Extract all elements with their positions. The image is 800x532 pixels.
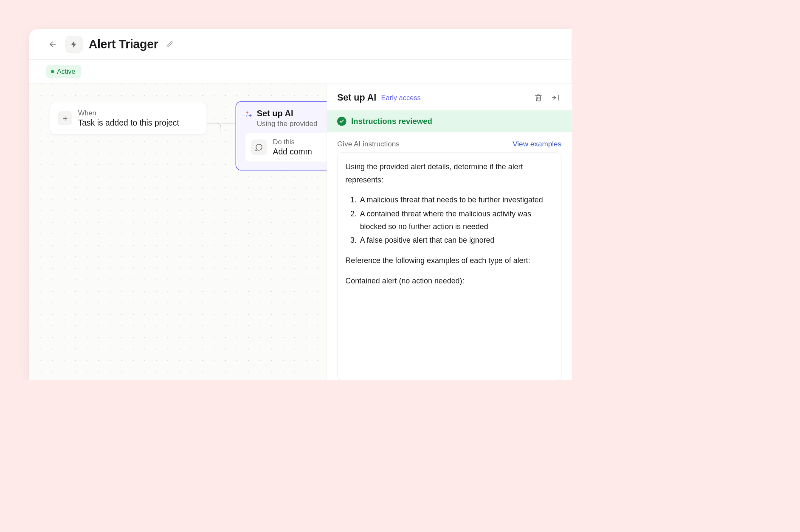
view-examples-link[interactable]: View examples xyxy=(513,140,561,148)
back-button[interactable] xyxy=(46,38,59,51)
ai-step-titles: Set up AI Using the provided xyxy=(257,109,318,128)
header: Alert Triager xyxy=(29,29,572,60)
app-window: Alert Triager Active ＋ When Task is adde… xyxy=(29,29,572,381)
instructions-list-item: A malicious threat that needs to be furt… xyxy=(359,193,553,207)
ai-step-subtitle: Using the provided xyxy=(257,120,318,128)
delete-button[interactable] xyxy=(532,92,545,104)
connector xyxy=(207,123,235,123)
instructions-header: Give AI instructions View examples xyxy=(327,132,572,153)
svg-point-1 xyxy=(246,115,247,116)
instructions-list-item: A false positive alert that can be ignor… xyxy=(359,234,553,247)
side-panel: Set up AI Early access Instructions revi… xyxy=(327,84,572,380)
trigger-card[interactable]: ＋ When Task is added to this project xyxy=(50,102,207,134)
do-text: Do this Add comm xyxy=(273,138,312,157)
workflow-canvas[interactable]: ＋ When Task is added to this project xyxy=(29,84,572,380)
collapse-right-icon xyxy=(552,94,560,102)
instructions-ref: Reference the following examples of each… xyxy=(345,254,553,267)
panel-title: Set up AI xyxy=(337,92,376,103)
trigger-value: Task is added to this project xyxy=(78,118,179,128)
lightning-icon xyxy=(70,40,78,48)
edit-title-button[interactable] xyxy=(164,39,175,50)
do-icon-box xyxy=(251,140,267,155)
status-bar: Active xyxy=(29,60,572,84)
trash-icon xyxy=(535,94,543,102)
canvas-fade xyxy=(29,84,42,380)
instructions-label: Give AI instructions xyxy=(337,140,400,148)
do-label: Do this xyxy=(273,138,312,146)
status-label: Active xyxy=(57,67,75,76)
trigger-label: When xyxy=(78,109,179,117)
instructions-textarea[interactable]: Using the provided alert details, determ… xyxy=(337,152,561,380)
instructions-list-item: A contained threat where the malicious a… xyxy=(359,207,553,233)
status-dot-icon xyxy=(51,70,54,73)
arrow-left-icon xyxy=(49,40,57,48)
instructions-list: A malicious threat that needs to be furt… xyxy=(345,193,553,247)
instructions-section: Contained alert (no action needed): xyxy=(345,274,553,288)
sparkle-icon xyxy=(245,110,253,118)
do-value: Add comm xyxy=(273,147,312,157)
page-title: Alert Triager xyxy=(89,37,158,51)
ai-step-title: Set up AI xyxy=(257,109,318,118)
trigger-icon-box: ＋ xyxy=(58,111,72,125)
review-banner: Instructions reviewed xyxy=(327,110,572,132)
status-pill[interactable]: Active xyxy=(46,65,82,78)
pencil-icon xyxy=(166,41,173,48)
review-banner-text: Instructions reviewed xyxy=(351,116,432,126)
panel-header: Set up AI Early access xyxy=(327,84,572,110)
instructions-intro: Using the provided alert details, determ… xyxy=(345,160,553,186)
workflow-app-icon-box xyxy=(65,36,82,53)
plus-icon: ＋ xyxy=(61,113,69,123)
collapse-panel-button[interactable] xyxy=(549,92,562,104)
trigger-text: When Task is added to this project xyxy=(78,109,179,128)
check-circle-icon xyxy=(337,117,346,126)
early-access-badge: Early access xyxy=(381,93,421,101)
comment-icon xyxy=(255,143,263,151)
